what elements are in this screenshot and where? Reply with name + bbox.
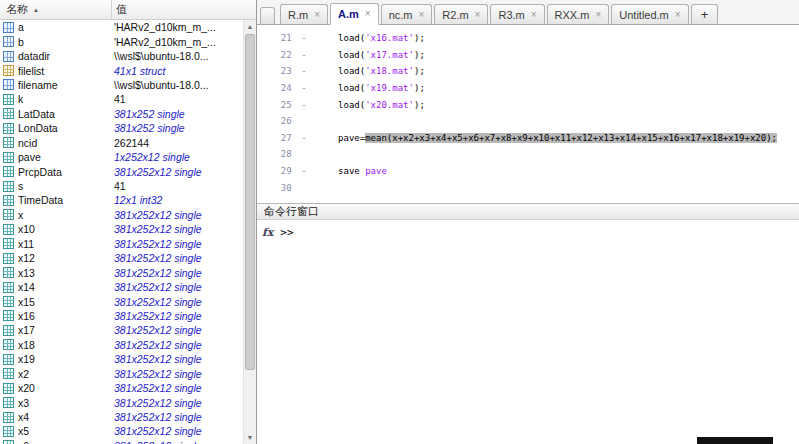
variable-type-icon [3,152,14,163]
variable-value: 381x252x12 single [114,223,243,235]
code-token: load( [311,66,365,76]
workspace-variable-row[interactable]: a 'HARv2_d10km_m_... [0,20,243,34]
workspace-variable-row[interactable]: x15 381x252x12 single [0,294,243,308]
workspace-variable-row[interactable]: x6 381x252x12 single [0,439,243,444]
workspace-variable-row[interactable]: LonData 381x252 single [0,121,243,135]
variable-type-icon [3,166,14,177]
breakpoint-dash[interactable]: - [297,66,311,76]
command-window[interactable]: fx >> [257,220,799,444]
workspace-variable-row[interactable]: x16 381x252x12 single [0,309,243,323]
variable-type-icon [3,51,14,62]
code-editor[interactable]: 21 - load('x16.mat'); 22 - load('x17.mat… [257,25,799,203]
workspace-variable-row[interactable]: pave 1x252x12 single [0,150,243,164]
variable-type-icon [3,36,14,47]
close-tab-icon[interactable]: × [531,10,537,20]
variable-name: ncid [18,137,114,149]
scrollbar-thumb[interactable] [245,34,255,370]
code-text: load('x19.mat'); [311,83,425,93]
workspace-variable-row[interactable]: x5 381x252x12 single [0,424,243,438]
workspace-variable-row[interactable]: x17 381x252x12 single [0,323,243,337]
variable-type-icon [3,123,14,134]
variable-value: 381x252x12 single [114,267,243,279]
workspace-variable-row[interactable]: x14 381x252x12 single [0,280,243,294]
variable-value: 381x252x12 single [114,166,243,178]
workspace-variable-row[interactable]: datadir \\wsl$\ubuntu-18.0... [0,49,243,63]
workspace-variable-row[interactable]: x19 381x252x12 single [0,352,243,366]
editor-tab[interactable]: R2.m × [434,4,488,24]
line-number: 21 [257,33,297,43]
code-line: 25 - load('x20.mat'); [257,96,799,113]
workspace-variable-row[interactable]: s 41 [0,179,243,193]
variable-type-icon [3,296,14,307]
variable-name: x17 [18,324,114,336]
fx-icon[interactable]: fx [262,226,273,239]
close-tab-icon[interactable]: × [314,10,320,20]
close-tab-icon[interactable]: × [418,10,424,20]
workspace-variable-row[interactable]: x2 381x252x12 single [0,367,243,381]
variable-value: 381x252x12 single [114,339,243,351]
workspace-scrollbar[interactable]: ▲ ▼ [243,20,256,444]
breakpoint-dash[interactable]: - [297,50,311,60]
variable-value: 381x252x12 single [114,310,243,322]
breakpoint-dash[interactable]: - [297,33,311,43]
workspace-variable-row[interactable]: x3 381x252x12 single [0,395,243,409]
scroll-down-icon[interactable]: ▼ [244,431,256,444]
workspace-variable-row[interactable]: x 381x252x12 single [0,208,243,222]
workspace-variable-row[interactable]: x18 381x252x12 single [0,338,243,352]
workspace-variable-row[interactable]: LatData 381x252 single [0,107,243,121]
code-text: load('x18.mat'); [311,66,425,76]
code-token: 'x18.mat' [365,66,414,76]
workspace-variable-row[interactable]: k 41 [0,92,243,106]
command-window-header: 命令行窗口 [257,203,799,220]
variable-name: x15 [18,296,114,308]
column-header-name[interactable]: 名称 ▲ [0,0,112,19]
line-number: 30 [257,183,297,193]
tab-stub[interactable] [260,7,275,24]
code-text: pave=mean(x+x2+x3+x4+x5+x6+x7+x8+x9+x10+… [311,133,777,143]
line-number: 26 [257,116,297,126]
breakpoint-dash[interactable]: - [297,133,311,143]
workspace-variable-row[interactable]: ncid 262144 [0,136,243,150]
breakpoint-dash[interactable]: - [297,83,311,93]
editor-tab[interactable]: R3.m × [490,4,544,24]
editor-tab-label: RXX.m [555,9,590,21]
workspace-variable-row[interactable]: x12 381x252x12 single [0,251,243,265]
variable-value: 1x252x12 single [114,151,243,163]
editor-tab[interactable]: Untitled.m × [611,4,688,24]
close-tab-icon[interactable]: × [595,10,601,20]
workspace-variable-row[interactable]: PrcpData 381x252x12 single [0,164,243,178]
workspace-variable-row[interactable]: b 'HARv2_d10km_m_... [0,34,243,48]
variable-type-icon [3,426,14,437]
workspace-variable-row[interactable]: x13 381x252x12 single [0,265,243,279]
editor-tab[interactable]: A.m × [330,3,379,25]
workspace-variable-row[interactable]: x11 381x252x12 single [0,237,243,251]
code-line: 24 - load('x19.mat'); [257,80,799,97]
close-tab-icon[interactable]: × [475,10,481,20]
line-number: 27 [257,133,297,143]
editor-tab[interactable]: RXX.m × [547,4,610,24]
variable-type-icon [3,354,14,365]
workspace-variable-row[interactable]: TimeData 12x1 int32 [0,193,243,207]
code-line: 22 - load('x17.mat'); [257,47,799,64]
variable-name: x19 [18,353,114,365]
variable-value: 381x252x12 single [114,324,243,336]
workspace-variable-row[interactable]: filename \\wsl$\ubuntu-18.0... [0,78,243,92]
workspace-variable-row[interactable]: filelist 41x1 struct [0,63,243,77]
breakpoint-dash[interactable]: - [297,100,311,110]
close-tab-icon[interactable]: × [675,10,681,20]
variable-value: 381x252x12 single [114,353,243,365]
variable-name: LatData [18,108,114,120]
workspace-variable-row[interactable]: x20 381x252x12 single [0,381,243,395]
close-tab-icon[interactable]: × [365,9,371,19]
variable-value: 381x252 single [114,122,243,134]
workspace-variable-row[interactable]: x4 381x252x12 single [0,410,243,424]
editor-tab[interactable]: R.m × [280,4,328,24]
column-header-value[interactable]: 值 [112,0,256,19]
code-token: load( [311,100,365,110]
new-tab-button[interactable]: + [691,4,719,24]
line-number: 29 [257,166,297,176]
editor-tab[interactable]: nc.m × [381,4,433,24]
workspace-variable-row[interactable]: x10 381x252x12 single [0,222,243,236]
scroll-up-icon[interactable]: ▲ [244,20,256,33]
breakpoint-dash[interactable]: - [297,166,311,176]
